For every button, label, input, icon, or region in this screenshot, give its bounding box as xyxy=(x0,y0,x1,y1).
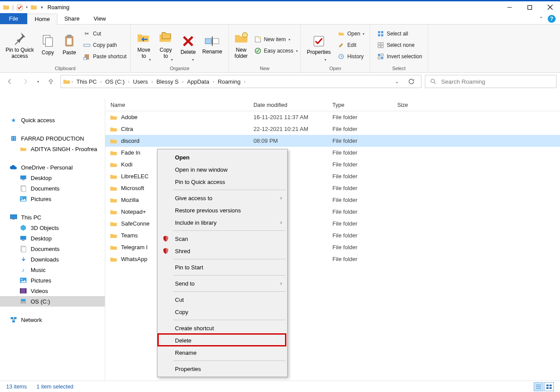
up-button[interactable] xyxy=(45,75,57,88)
tree-music[interactable]: ♪Music xyxy=(0,265,105,275)
tree-od-desktop[interactable]: Desktop xyxy=(0,173,105,183)
view-large-button[interactable] xyxy=(544,382,554,391)
ribbon-collapse-icon[interactable]: ⌃ xyxy=(539,16,543,22)
crumb-blessy[interactable]: Blessy S xyxy=(154,78,182,85)
recent-dropdown[interactable]: ▾ xyxy=(35,75,41,88)
ctx-give-access[interactable]: Give access to› xyxy=(158,192,286,204)
crumb-osc[interactable]: OS (C:) xyxy=(103,78,127,85)
copy-path-button[interactable]: Copy path xyxy=(83,40,127,50)
ctx-open-new[interactable]: Open in new window xyxy=(158,163,286,176)
crumb-users[interactable]: Users xyxy=(130,78,150,85)
chevron-right-icon[interactable]: › xyxy=(151,79,153,84)
chevron-right-icon[interactable]: › xyxy=(213,79,214,84)
tree-thispc[interactable]: This PC xyxy=(0,212,105,222)
pin-quick-access-button[interactable]: Pin to Quick access xyxy=(3,28,37,63)
properties-button[interactable]: Properties▾ xyxy=(303,28,334,63)
col-size[interactable]: Size xyxy=(392,102,432,108)
chevron-right-icon[interactable]: › xyxy=(128,79,129,84)
ctx-create-shortcut[interactable]: Create shortcut xyxy=(158,322,286,334)
tree-od-documents[interactable]: Documents xyxy=(0,183,105,194)
ctx-send-to[interactable]: Send to› xyxy=(158,277,286,290)
tree-downloads[interactable]: Downloads xyxy=(0,254,105,265)
tree-network[interactable]: Network xyxy=(0,314,105,325)
tree-aditya[interactable]: ADITYA SINGH - Proofrea xyxy=(0,144,105,154)
qat-dropdown-icon[interactable]: ▾ xyxy=(26,5,28,9)
history-button[interactable]: History xyxy=(338,52,364,61)
ctx-pin-quick[interactable]: Pin to Quick access xyxy=(158,176,286,188)
tree-od-pictures[interactable]: Pictures xyxy=(0,194,105,204)
paste-shortcut-button[interactable]: Paste shortcut xyxy=(83,52,127,61)
rename-button[interactable]: Rename xyxy=(200,28,225,63)
tree-quick-access[interactable]: ★Quick access xyxy=(0,115,105,125)
ctx-shred[interactable]: Shred xyxy=(158,245,286,257)
col-name[interactable]: Name xyxy=(105,102,248,108)
ctx-pin-start[interactable]: Pin to Start xyxy=(158,261,286,273)
tree-osc[interactable]: OS (C:) xyxy=(0,296,105,307)
cut-button[interactable]: ✂Cut xyxy=(83,29,127,39)
file-row[interactable]: discord08:09 PMFile folder xyxy=(105,135,560,147)
svg-rect-26 xyxy=(378,42,380,45)
tree-videos[interactable]: Videos xyxy=(0,286,105,296)
view-details-button[interactable] xyxy=(534,382,543,391)
svg-rect-10 xyxy=(84,44,90,46)
file-row[interactable]: Citra22-12-2021 10:21 AMFile folder xyxy=(105,123,560,135)
search-box[interactable]: Search Roaming xyxy=(425,75,556,88)
col-date[interactable]: Date modified xyxy=(248,102,327,108)
tab-home[interactable]: Home xyxy=(27,14,57,25)
tab-file[interactable]: File xyxy=(0,13,27,24)
edit-button[interactable]: Edit xyxy=(338,40,364,50)
ctx-copy[interactable]: Copy xyxy=(158,306,286,318)
folder-icon xyxy=(110,232,118,240)
open-button[interactable]: Open ▾ xyxy=(338,29,364,39)
crumb-thispc[interactable]: This PC xyxy=(74,78,99,85)
ctx-properties[interactable]: Properties xyxy=(158,363,286,375)
qat-props-icon[interactable] xyxy=(16,4,23,11)
ctx-restore[interactable]: Restore previous versions xyxy=(158,204,286,216)
ctx-include-lib[interactable]: Include in library› xyxy=(158,216,286,229)
minimize-button[interactable] xyxy=(499,1,520,14)
tab-share[interactable]: Share xyxy=(57,13,87,24)
qat-folder-icon[interactable] xyxy=(30,4,37,11)
copy-button[interactable]: Copy xyxy=(38,28,58,63)
tree-desktop[interactable]: Desktop xyxy=(0,233,105,244)
back-button[interactable] xyxy=(4,75,16,88)
delete-button[interactable]: Delete▾ xyxy=(177,28,199,63)
crumb-appdata[interactable]: AppData xyxy=(185,78,212,85)
column-headers: Name Date modified Type Size xyxy=(105,99,560,111)
tab-view[interactable]: View xyxy=(86,13,113,24)
maximize-button[interactable] xyxy=(520,1,540,14)
ctx-rename[interactable]: Rename xyxy=(158,346,286,359)
tree-3d[interactable]: 3D Objects xyxy=(0,222,105,233)
select-all-button[interactable]: Select all xyxy=(377,29,422,39)
forward-button[interactable] xyxy=(19,75,32,88)
invert-selection-button[interactable]: Invert selection xyxy=(377,52,422,61)
qat-overflow[interactable]: ▾ xyxy=(41,5,43,10)
select-none-button[interactable]: Select none xyxy=(377,40,422,50)
ctx-delete[interactable]: Delete xyxy=(158,334,286,346)
move-to-button[interactable]: Move to▾ xyxy=(133,28,154,63)
file-row[interactable]: Adobe16-11-2021 11:37 AMFile folder xyxy=(105,111,560,123)
help-icon[interactable]: ? xyxy=(548,15,556,23)
address-bar[interactable]: › This PC› OS (C:)› Users› Blessy S› App… xyxy=(61,75,421,88)
close-button[interactable] xyxy=(540,1,560,14)
easy-access-button[interactable]: Easy access ▾ xyxy=(254,46,298,56)
new-item-button[interactable]: New item ▾ xyxy=(254,35,298,44)
tree-onedrive[interactable]: OneDrive - Personal xyxy=(0,162,105,173)
chevron-right-icon[interactable]: › xyxy=(244,79,246,84)
address-dropdown[interactable]: ⌄ xyxy=(391,78,403,85)
new-folder-button[interactable]: New folder xyxy=(232,28,251,63)
ctx-cut[interactable]: Cut xyxy=(158,293,286,306)
ctx-scan[interactable]: Scan xyxy=(158,233,286,245)
refresh-button[interactable] xyxy=(403,78,419,85)
tree-farrad[interactable]: FARRAD PRODUCTION xyxy=(0,133,105,144)
chevron-right-icon[interactable]: › xyxy=(100,79,102,84)
tree-pictures[interactable]: Pictures xyxy=(0,275,105,286)
copy-to-button[interactable]: Copy to▾ xyxy=(155,28,176,63)
tree-documents[interactable]: Documents xyxy=(0,244,105,254)
chevron-right-icon[interactable]: › xyxy=(71,79,73,84)
paste-button[interactable]: Paste xyxy=(59,28,80,63)
ctx-open[interactable]: Open xyxy=(158,151,286,163)
chevron-right-icon[interactable]: › xyxy=(182,79,183,84)
crumb-roaming[interactable]: Roaming xyxy=(215,78,243,85)
col-type[interactable]: Type xyxy=(327,102,392,108)
